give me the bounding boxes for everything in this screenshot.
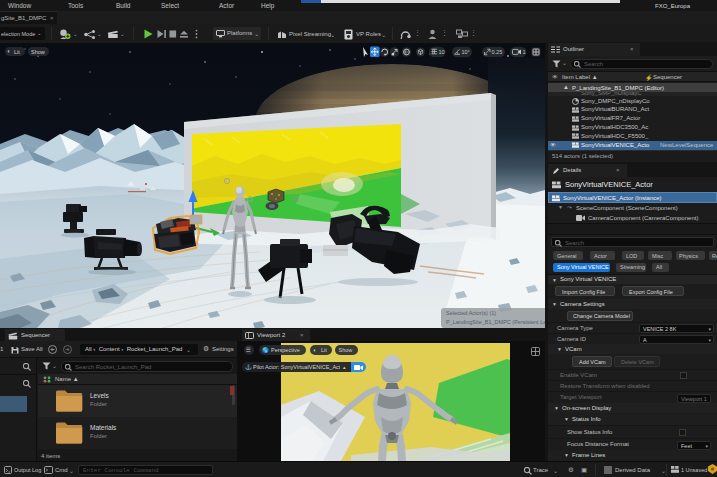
svg-text:Selected Actor(s) (1): Selected Actor(s) (1) bbox=[446, 310, 496, 316]
svg-text:P_LandingSite_B1_DMPC (Persist: P_LandingSite_B1_DMPC (Persistent Lev bbox=[446, 319, 545, 325]
svg-text:0.25: 0.25 bbox=[492, 49, 503, 55]
svg-text:10: 10 bbox=[439, 49, 445, 55]
svg-text:1: 1 bbox=[523, 49, 526, 55]
svg-text:10°: 10° bbox=[462, 49, 470, 55]
